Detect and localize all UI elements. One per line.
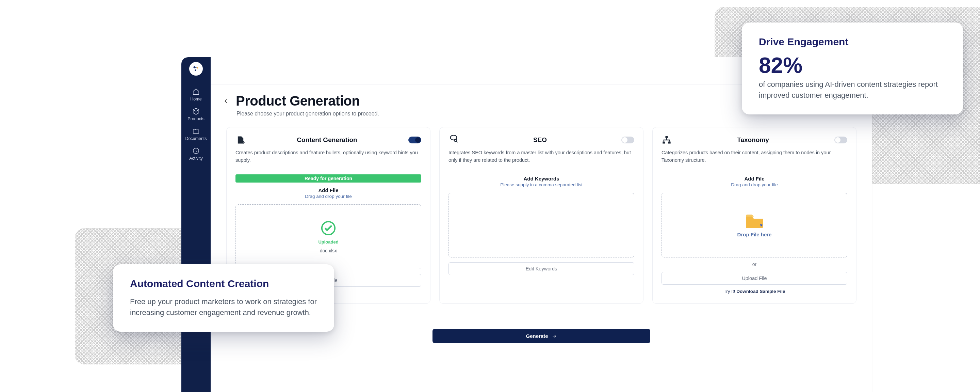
sidebar-item-products[interactable]: Products — [181, 105, 211, 125]
card-title: SEO — [459, 136, 621, 144]
upload-file-button[interactable]: Upload File — [662, 272, 847, 285]
arrow-right-icon — [552, 334, 557, 339]
drop-file-label: Drop File here — [737, 232, 772, 237]
toggle-content-generation[interactable] — [408, 137, 421, 143]
card-title: Content Generation — [246, 136, 408, 144]
sidebar: Home Products Documents Activity Setting… — [181, 57, 211, 392]
clock-icon — [192, 147, 200, 155]
callout-automation: Automated Content Creation Free up your … — [113, 264, 334, 332]
folder-upload-icon — [745, 213, 764, 228]
card-taxonomy: Taxonomy Categorizes products based on t… — [652, 127, 856, 304]
sidebar-item-label: Products — [188, 116, 204, 121]
card-description: Integrates SEO keywords from a master li… — [449, 149, 634, 171]
card-description: Creates product descriptions and feature… — [235, 149, 421, 171]
svg-point-1 — [197, 67, 198, 69]
try-it-line: Try It! Download Sample File — [662, 289, 847, 294]
generate-button[interactable]: Generate — [433, 329, 650, 343]
chevron-left-icon — [223, 99, 229, 104]
or-label: or — [662, 261, 847, 267]
seo-icon — [449, 135, 459, 145]
home-icon — [192, 88, 200, 96]
card-seo: SEO Integrates SEO keywords from a maste… — [439, 127, 643, 304]
dropzone-taxonomy[interactable]: Drop File here — [662, 193, 847, 258]
svg-rect-9 — [668, 142, 671, 144]
sidebar-item-home[interactable]: Home — [181, 85, 211, 105]
toggle-seo[interactable] — [621, 137, 634, 143]
generate-button-label: Generate — [526, 333, 548, 339]
callout-heading: Automated Content Creation — [130, 278, 317, 290]
uploaded-filename: doc.xlsx — [320, 248, 337, 253]
sidebar-item-label: Activity — [189, 156, 203, 161]
dropzone-content[interactable]: Uploaded doc.xlsx — [235, 204, 421, 269]
page-title: Product Generation — [236, 93, 360, 108]
add-file-label: Add File — [662, 176, 847, 182]
keywords-textarea[interactable] — [449, 193, 634, 258]
callout-engagement: Drive Engagement 82% of companies using … — [742, 22, 963, 115]
box-icon — [192, 108, 200, 115]
svg-point-0 — [193, 66, 195, 68]
svg-rect-7 — [666, 136, 668, 138]
add-keywords-label: Add Keywords — [449, 176, 634, 182]
add-file-label: Add File — [235, 187, 421, 193]
check-circle-icon — [321, 220, 336, 236]
callout-body: Free up your product marketers to work o… — [130, 296, 317, 318]
status-badge: Ready for generation — [235, 174, 421, 183]
svg-rect-8 — [662, 142, 665, 144]
svg-point-2 — [195, 70, 196, 71]
sidebar-item-label: Documents — [185, 136, 207, 141]
card-description: Categorizes products based on their cont… — [662, 149, 847, 171]
brand-logo[interactable] — [189, 62, 203, 76]
sidebar-item-documents[interactable]: Documents — [181, 125, 211, 144]
sidebar-item-label: Home — [190, 97, 202, 102]
taxonomy-icon — [662, 135, 672, 145]
add-keywords-hint: Please supply in a comma separated list — [449, 182, 634, 187]
callout-heading: Drive Engagement — [759, 36, 946, 48]
folder-icon — [192, 127, 200, 135]
try-it-prefix: Try It! — [724, 289, 737, 294]
callout-percentage: 82% — [759, 54, 946, 76]
sidebar-item-activity[interactable]: Activity — [181, 144, 211, 164]
content-icon — [235, 135, 246, 145]
edit-keywords-button[interactable]: Edit Keywords — [449, 262, 634, 275]
toggle-taxonomy[interactable] — [834, 137, 847, 143]
back-button[interactable] — [222, 97, 230, 105]
add-file-hint: Drag and drop your file — [235, 194, 421, 199]
brand-icon — [192, 65, 200, 73]
callout-body: of companies using AI-driven content str… — [759, 79, 946, 101]
card-title: Taxonomy — [672, 136, 834, 144]
download-sample-link[interactable]: Download Sample File — [737, 289, 785, 294]
file-upload-status: Uploaded — [318, 239, 338, 245]
add-file-hint: Drag and drop your file — [662, 182, 847, 187]
